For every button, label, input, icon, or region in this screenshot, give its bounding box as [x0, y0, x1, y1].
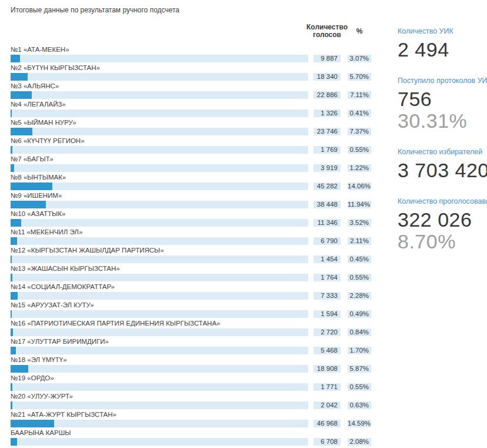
votes-value: 45 282 — [313, 182, 341, 190]
vote-bar-track — [11, 237, 308, 245]
party-row: №1 «АТА-МЕКЕН» 9 887 3.07% — [11, 46, 371, 62]
protocols-received-label[interactable]: Поступило протоколов УИК — [398, 77, 487, 85]
party-name: №21 «АТА-ЖУРТ КЫРГЫЗСТАН» — [11, 411, 371, 419]
vote-bar-fill — [11, 219, 21, 227]
vote-bar-fill — [11, 255, 12, 263]
percent-value: 11.94% — [348, 201, 371, 208]
votes-value: 6 708 — [313, 438, 341, 446]
percent-value: 3.52% — [348, 219, 371, 227]
uik-count-label[interactable]: Количество УИК — [398, 27, 487, 36]
voters-count-value: 3 703 420 — [398, 160, 487, 181]
party-row: №18 «ЭЛ ҮМҮТҮ» 18 908 5.87% — [11, 356, 371, 373]
voters-count-label[interactable]: Количество избирателей — [398, 148, 487, 157]
votes-value: 1 594 — [313, 310, 341, 318]
percent-value: 1.70% — [348, 347, 371, 354]
protocols-received-value: 756 — [398, 88, 487, 110]
vote-bar-fill — [11, 109, 12, 117]
party-rows: №1 «АТА-МЕКЕН» 9 887 3.07% №2 «БҮТҮН КЫР… — [11, 46, 371, 446]
percent-value: 0.41% — [348, 109, 371, 117]
votes-value: 23 746 — [313, 128, 341, 135]
percent-value: 14.59% — [348, 420, 371, 427]
percent-column-header: % — [348, 24, 371, 39]
party-name: №19 «ОРДО» — [11, 374, 371, 382]
party-name: №12 «КЫРГЫЗСТАН ЖАШЫЛДАР ПАРТИЯСЫ» — [11, 247, 371, 254]
votes-value: 18 908 — [313, 365, 341, 373]
party-bar-row: 6 790 2.11% — [11, 237, 371, 245]
vote-bar-track — [11, 73, 308, 81]
vote-bar-track — [11, 420, 308, 427]
summary-section-uik: Количество УИК 2 494 — [398, 27, 487, 61]
vote-bar-fill — [11, 237, 17, 245]
vote-bar-track — [11, 219, 308, 227]
party-name: №6 «КҮЧТҮҮ РЕГИОН» — [11, 137, 371, 145]
percent-value: 2.08% — [348, 438, 371, 446]
votes-value: 22 886 — [313, 91, 341, 99]
votes-value: 9 887 — [313, 55, 341, 62]
votes-value: 18 340 — [313, 73, 341, 81]
party-bar-row: 1 326 0.41% — [11, 109, 371, 117]
vote-bar-track — [11, 365, 308, 373]
uik-count-value: 2 494 — [398, 39, 487, 61]
vote-bar-track — [11, 182, 308, 190]
party-name: №2 «БҮТҮН КЫРГЫЗСТАН» — [11, 64, 371, 72]
party-row: №15 «АРУУЗАТ-ЭЛ КУТУ» 1 594 0.49% — [11, 301, 371, 318]
party-name: №13 «ЖАШАСЫН КЫРГЫЗСТАН» — [11, 265, 371, 273]
vote-bar-track — [11, 328, 308, 336]
party-row: №17 «УЛУТТАР БИРИМДИГИ» 5 468 1.70% — [11, 338, 371, 354]
vote-bar-track — [11, 292, 308, 300]
party-bar-row: 11 346 3.52% — [11, 219, 371, 227]
party-row: №6 «КҮЧТҮҮ РЕГИОН» 1 769 0.55% — [11, 137, 371, 154]
party-row: БААРЫНА КАРШЫ 6 708 2.08% — [11, 429, 371, 446]
party-row: №8 «ЫНТЫМАК» 45 282 14.06% — [11, 174, 371, 190]
votes-value: 5 468 — [313, 347, 341, 354]
party-name: №15 «АРУУЗАТ-ЭЛ КУТУ» — [11, 301, 371, 309]
voted-count-label[interactable]: Количество проголосовавших — [398, 197, 487, 206]
party-name: №10 «АЗАТТЫК» — [11, 210, 371, 218]
vote-bar-fill — [11, 73, 28, 81]
party-row: №14 «СОЦИАЛ-ДЕМОКРАТТАР» 7 333 2.28% — [11, 283, 371, 300]
results-page: Итоговые данные по результатам ручного п… — [0, 0, 487, 447]
vote-bar-fill — [11, 164, 14, 172]
vote-bar-fill — [11, 146, 12, 154]
vote-bar-track — [11, 55, 308, 62]
vote-bar-fill — [11, 201, 46, 208]
party-bar-row: 38 448 11.94% — [11, 201, 371, 208]
party-row: №9 «ИШЕНИМ» 38 448 11.94% — [11, 192, 371, 208]
vote-bar-track — [11, 383, 308, 391]
vote-bar-track — [11, 347, 308, 354]
voted-count-value: 322 026 — [398, 209, 487, 231]
votes-value: 11 346 — [313, 219, 341, 227]
party-bar-row: 1 769 0.55% — [11, 146, 371, 154]
party-row: №11 «МЕКЕНЧИЛ ЭЛ» 6 790 2.11% — [11, 228, 371, 245]
percent-value: 1.22% — [348, 164, 371, 172]
party-name: №11 «МЕКЕНЧИЛ ЭЛ» — [11, 228, 371, 236]
party-name: №16 «ПАТРИОТИЧЕСКАЯ ПАРТИЯ ЕДИНЕНИЯ КЫРГ… — [11, 320, 371, 327]
votes-value: 6 790 — [313, 237, 341, 245]
percent-value: 7.37% — [348, 128, 371, 135]
vote-bar-track — [11, 310, 308, 318]
party-bar-row: 9 887 3.07% — [11, 55, 371, 62]
votes-value: 38 448 — [313, 201, 341, 208]
party-bar-row: 1 594 0.49% — [11, 310, 371, 318]
percent-value: 3.07% — [348, 55, 371, 62]
vote-bar-fill — [11, 328, 13, 336]
party-bar-row: 23 746 7.37% — [11, 128, 371, 135]
party-row: №20 «УЛУУ-ЖУРТ» 2 042 0.63% — [11, 393, 371, 409]
party-name: БААРЫНА КАРШЫ — [11, 429, 371, 437]
results-table: Количество голосов % №1 «АТА-МЕКЕН» 9 88… — [11, 24, 371, 447]
vote-bar-track — [11, 128, 308, 135]
party-row: №21 «АТА-ЖУРТ КЫРГЫЗСТАН» 46 968 14.59% — [11, 411, 371, 427]
party-row: №16 «ПАТРИОТИЧЕСКАЯ ПАРТИЯ ЕДИНЕНИЯ КЫРГ… — [11, 320, 371, 336]
votes-value: 7 333 — [313, 292, 341, 300]
vote-bar-track — [11, 146, 308, 154]
vote-bar-fill — [11, 401, 12, 409]
vote-bar-fill — [11, 438, 17, 446]
vote-bar-track — [11, 109, 308, 117]
vote-bar-track — [11, 274, 308, 281]
vote-bar-fill — [11, 91, 32, 99]
party-row: №10 «АЗАТТЫК» 11 346 3.52% — [11, 210, 371, 227]
percent-value: 0.55% — [348, 383, 371, 391]
votes-value: 3 919 — [313, 164, 341, 172]
party-bar-row: 18 340 5.70% — [11, 73, 371, 81]
party-bar-row: 2 720 0.84% — [11, 328, 371, 336]
